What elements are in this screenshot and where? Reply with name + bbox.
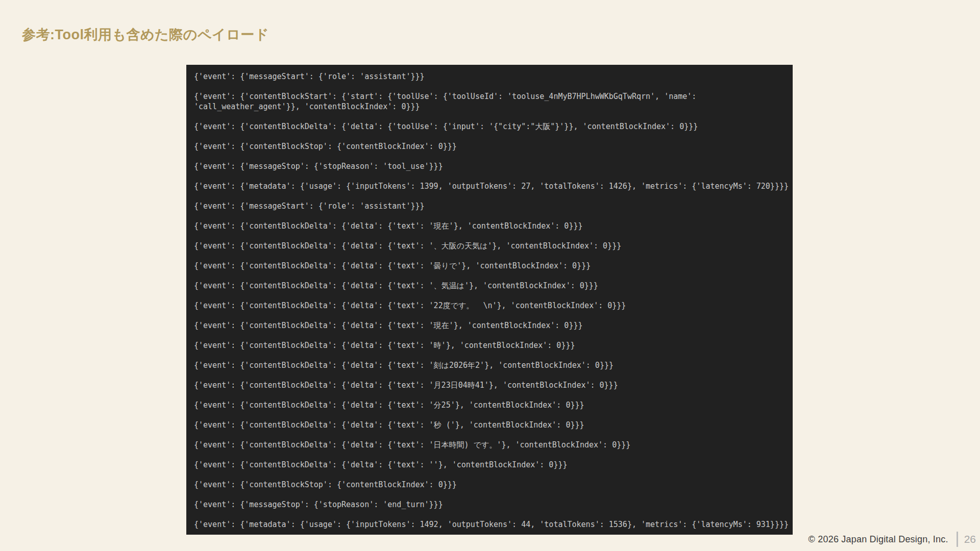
code-line: {'event': {'metadata': {'usage': {'input… <box>194 519 793 530</box>
code-line: {'event': {'contentBlockDelta': {'delta'… <box>194 400 793 410</box>
page-title: 参考:Tool利用も含めた際のペイロード <box>22 26 269 44</box>
code-line: {'event': {'messageStart': {'role': 'ass… <box>194 201 793 211</box>
code-line: {'event': {'messageStop': {'stopReason':… <box>194 499 793 510</box>
payload-code-block: {'event': {'messageStart': {'role': 'ass… <box>186 65 793 535</box>
code-line: {'event': {'metadata': {'usage': {'input… <box>194 181 793 191</box>
code-line: {'event': {'contentBlockDelta': {'delta'… <box>194 300 793 311</box>
code-line: {'event': {'messageStart': {'role': 'ass… <box>194 71 793 82</box>
footer: © 2026 Japan Digital Design, Inc. 26 <box>808 532 976 547</box>
code-line: {'event': {'contentBlockStop': {'content… <box>194 141 793 152</box>
code-line: {'event': {'messageStop': {'stopReason':… <box>194 161 793 171</box>
code-line: {'event': {'contentBlockDelta': {'delta'… <box>194 440 793 450</box>
code-line: {'event': {'contentBlockDelta': {'delta'… <box>194 261 793 271</box>
code-line: {'event': {'contentBlockDelta': {'delta'… <box>194 360 793 370</box>
code-line: {'event': {'contentBlockDelta': {'delta'… <box>194 380 793 390</box>
code-line: {'event': {'contentBlockDelta': {'delta'… <box>194 221 793 231</box>
code-line: {'event': {'contentBlockStart': {'start'… <box>194 91 793 112</box>
code-line: {'event': {'contentBlockDelta': {'delta'… <box>194 241 793 251</box>
page-number: 26 <box>964 533 976 545</box>
copyright-text: © 2026 Japan Digital Design, Inc. <box>808 534 948 545</box>
code-line: {'event': {'contentBlockStop': {'content… <box>194 480 793 490</box>
code-line: {'event': {'contentBlockDelta': {'delta'… <box>194 420 793 430</box>
code-line: {'event': {'contentBlockDelta': {'delta'… <box>194 281 793 291</box>
code-line: {'event': {'contentBlockDelta': {'delta'… <box>194 340 793 350</box>
code-line: {'event': {'contentBlockDelta': {'delta'… <box>194 320 793 331</box>
footer-divider <box>957 532 958 547</box>
code-line: {'event': {'contentBlockDelta': {'delta'… <box>194 121 793 132</box>
code-line: {'event': {'contentBlockDelta': {'delta'… <box>194 460 793 470</box>
